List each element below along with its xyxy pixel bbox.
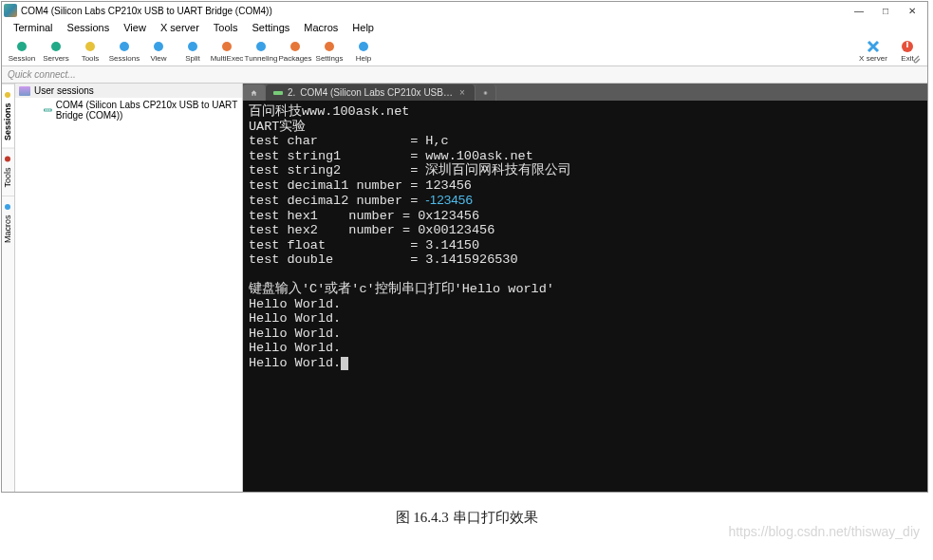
- svg-point-7: [256, 42, 266, 51]
- svg-point-8: [290, 42, 300, 51]
- window-title: COM4 (Silicon Labs CP210x USB to UART Br…: [21, 6, 846, 16]
- help-icon: [357, 40, 370, 53]
- split-icon: [186, 40, 199, 53]
- servers-icon: [49, 40, 63, 53]
- tree-item-label: COM4 (Silicon Labs CP210x USB to UART Br…: [56, 100, 238, 121]
- view-icon: [152, 40, 165, 53]
- tools-icon: [84, 40, 97, 53]
- menu-item-tools[interactable]: Tools: [208, 22, 244, 33]
- terminal-session-tab[interactable]: 2. COM4 (Silicon Labs CP210x USB… ×: [266, 84, 476, 101]
- svg-point-6: [222, 42, 232, 51]
- close-button[interactable]: ✕: [899, 3, 925, 18]
- svg-rect-12: [906, 42, 908, 47]
- quick-connect-placeholder: Quick connect...: [8, 69, 76, 80]
- menu-item-macros[interactable]: Macros: [298, 22, 344, 33]
- tool-label: Sessions: [109, 54, 140, 63]
- svg-rect-16: [49, 109, 50, 110]
- svg-rect-17: [273, 91, 283, 95]
- tool-label: Servers: [43, 54, 69, 63]
- svg-point-3: [120, 42, 129, 51]
- home-icon: [251, 88, 257, 98]
- svg-point-0: [17, 42, 27, 51]
- tool-label: MultiExec: [211, 54, 244, 63]
- terminal-cursor: [341, 357, 348, 370]
- serial-port-icon: [44, 105, 52, 115]
- svg-point-2: [85, 42, 95, 51]
- side-tab-tools[interactable]: Tools: [2, 148, 14, 196]
- toolbar: SessionServersToolsSessionsViewSplitMult…: [2, 36, 927, 66]
- tool-tunneling[interactable]: Tunneling: [245, 37, 277, 65]
- tool-x-server[interactable]: X server: [857, 37, 889, 65]
- title-bar: COM4 (Silicon Labs CP210x USB to UART Br…: [2, 2, 927, 19]
- side-tab-macros[interactable]: Macros: [2, 196, 14, 251]
- sessions-icon: [118, 40, 131, 53]
- tool-label: Packages: [278, 54, 311, 63]
- svg-rect-15: [47, 109, 48, 110]
- minimize-button[interactable]: —: [846, 3, 872, 18]
- tool-label: View: [150, 54, 166, 63]
- menu-item-help[interactable]: Help: [346, 22, 380, 33]
- tool-label: Tools: [82, 54, 100, 63]
- tool-multiexec[interactable]: MultiExec: [211, 37, 243, 65]
- watermark: https://blog.csdn.net/thisway_diy: [728, 524, 920, 539]
- app-icon: [4, 4, 17, 17]
- tool-label: Split: [185, 54, 200, 63]
- quick-connect-input[interactable]: Quick connect...: [2, 66, 927, 84]
- tree-root[interactable]: User sessions: [15, 84, 242, 98]
- maximize-button[interactable]: □: [872, 3, 899, 18]
- menu-item-settings[interactable]: Settings: [247, 22, 296, 33]
- multiexec-icon: [220, 40, 233, 53]
- terminal-home-tab[interactable]: [243, 84, 266, 101]
- tree-session-item[interactable]: COM4 (Silicon Labs CP210x USB to UART Br…: [15, 98, 242, 122]
- tool-label: Help: [356, 54, 371, 63]
- session-icon: [15, 40, 28, 53]
- serial-port-icon: [273, 88, 283, 98]
- tunneling-icon: [254, 40, 268, 53]
- tool-settings[interactable]: Settings: [313, 37, 345, 65]
- side-tab-strip: Sessions Tools Macros: [2, 84, 15, 492]
- tool-help[interactable]: Help: [347, 37, 380, 65]
- session-tree: User sessions COM4 (Silicon Labs CP210x …: [15, 84, 243, 492]
- svg-rect-14: [45, 109, 46, 110]
- tool-split[interactable]: Split: [177, 37, 209, 65]
- tree-root-label: User sessions: [34, 85, 94, 96]
- svg-point-4: [154, 42, 163, 51]
- settings-icon: [323, 40, 336, 53]
- svg-point-10: [359, 42, 368, 51]
- tool-packages[interactable]: Packages: [279, 37, 311, 65]
- tool-label: Settings: [316, 54, 344, 63]
- tool-label: Tunneling: [245, 54, 278, 63]
- app-window: COM4 (Silicon Labs CP210x USB to UART Br…: [1, 1, 928, 493]
- exit-icon: [901, 40, 914, 53]
- terminal-area: 2. COM4 (Silicon Labs CP210x USB… × 百问科技…: [243, 84, 927, 492]
- svg-point-9: [325, 42, 334, 51]
- terminal-output[interactable]: 百问科技www.100ask.net UART实验 test char = H,…: [243, 101, 927, 492]
- terminal-tab-label: COM4 (Silicon Labs CP210x USB…: [300, 87, 453, 98]
- folder-icon: [19, 86, 30, 96]
- plus-icon: [483, 88, 488, 98]
- paperclip-icon[interactable]: [910, 53, 922, 65]
- tool-label: Session: [9, 54, 35, 63]
- svg-point-1: [51, 42, 61, 51]
- side-tab-sessions[interactable]: Sessions: [2, 84, 14, 148]
- x-icon: [867, 40, 880, 53]
- tool-session[interactable]: Session: [6, 37, 38, 65]
- menu-item-x-server[interactable]: X server: [155, 22, 205, 33]
- tool-view[interactable]: View: [142, 37, 175, 65]
- terminal-tab-index: 2.: [288, 87, 295, 98]
- svg-point-5: [188, 42, 197, 51]
- packages-icon: [289, 40, 302, 53]
- menu-item-view[interactable]: View: [118, 22, 152, 33]
- menu-item-terminal[interactable]: Terminal: [8, 22, 59, 33]
- terminal-tab-bar: 2. COM4 (Silicon Labs CP210x USB… ×: [243, 84, 927, 101]
- tool-sessions[interactable]: Sessions: [108, 37, 140, 65]
- terminal-new-tab[interactable]: [476, 84, 496, 101]
- tool-servers[interactable]: Servers: [40, 37, 72, 65]
- menu-item-sessions[interactable]: Sessions: [62, 22, 116, 33]
- body-area: Sessions Tools Macros User sessions COM4…: [2, 84, 927, 492]
- tool-tools[interactable]: Tools: [74, 37, 106, 65]
- terminal-tab-close[interactable]: ×: [457, 87, 467, 98]
- menu-bar: TerminalSessionsViewX serverToolsSetting…: [2, 19, 927, 36]
- tool-label: X server: [859, 54, 887, 63]
